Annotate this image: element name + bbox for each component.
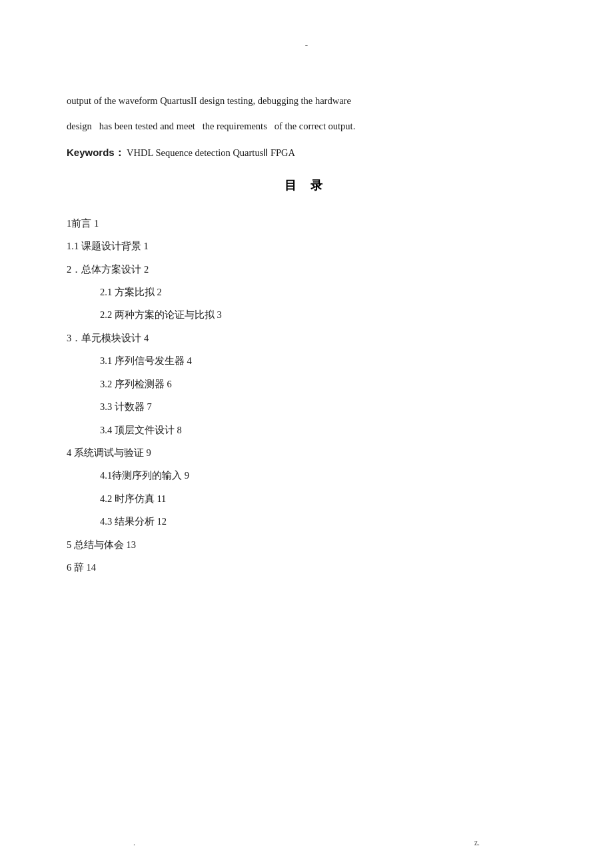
bottom-right-dot: z.	[474, 838, 480, 848]
page-container: - output of the waveform QuartusII desig…	[0, 0, 613, 868]
toc-item: 3．单元模块设计 4	[67, 328, 546, 348]
paragraph1: output of the waveform QuartusII design …	[67, 91, 546, 112]
keywords-line: Keywords： VHDL Sequence detection Quartu…	[67, 141, 546, 164]
toc-item: 4.2 时序仿真 11	[67, 489, 546, 509]
bottom-dots: . z.	[0, 838, 613, 848]
toc-item: 3.3 计数器 7	[67, 397, 546, 417]
bottom-left-dot: .	[133, 838, 135, 848]
keywords-items: VHDL Sequence detection QuartusⅡ FPGA	[127, 147, 295, 158]
toc-item: 4.1待测序列的输入 9	[67, 465, 546, 485]
toc-item: 1.1 课题设计背景 1	[67, 236, 546, 256]
toc-item: 2．总体方案设计 2	[67, 259, 546, 279]
toc-item: 3.4 顶层文件设计 8	[67, 420, 546, 440]
toc-item: 5 总结与体会 13	[67, 535, 546, 555]
top-dash: -	[67, 40, 546, 51]
toc-item: 3.1 序列信号发生器 4	[67, 351, 546, 371]
toc-item: 6 辞 14	[67, 557, 546, 577]
toc-title: 目 录	[67, 177, 546, 193]
keywords-label: Keywords：	[67, 147, 125, 158]
toc-item: 4 系统调试与验证 9	[67, 443, 546, 463]
toc-list: 1前言 1 1.1 课题设计背景 1 2．总体方案设计 2 2.1 方案比拟 2…	[67, 213, 546, 578]
toc-item: 2.1 方案比拟 2	[67, 282, 546, 302]
toc-item: 1前言 1	[67, 213, 546, 233]
toc-item: 4.3 结果分析 12	[67, 511, 546, 531]
toc-item: 2.2 两种方案的论证与比拟 3	[67, 305, 546, 325]
paragraph2-text1: design has been tested and meet	[67, 121, 203, 131]
requirements-text: the requirements	[203, 121, 275, 131]
correct-output-text: of the correct output.	[275, 121, 356, 131]
toc-item: 3.2 序列检测器 6	[67, 374, 546, 394]
paragraph2: design has been tested and meet the requ…	[67, 116, 546, 137]
